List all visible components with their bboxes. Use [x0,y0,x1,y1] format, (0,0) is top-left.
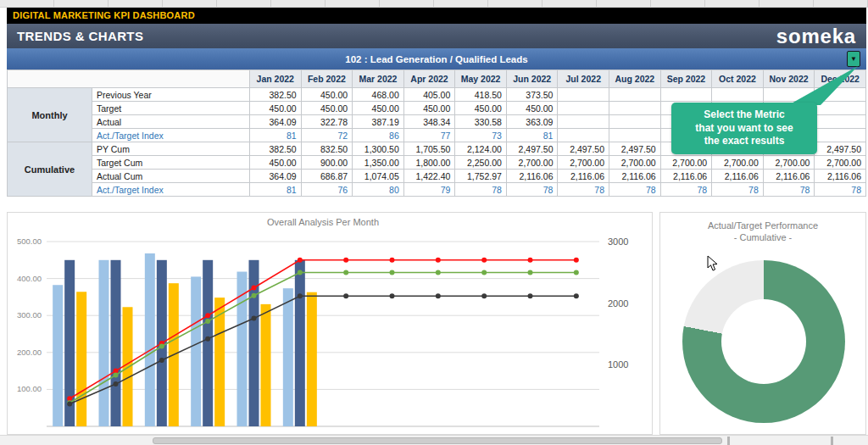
table-cell[interactable]: 2,700.00 [763,156,815,170]
table-cell[interactable]: 2,497.50 [609,142,661,156]
month-header-cell[interactable]: Aug 2022 [609,70,661,88]
table-cell[interactable] [558,115,609,129]
table-cell[interactable]: 2,116.06 [660,170,712,183]
table-cell[interactable]: 348.34 [403,115,455,129]
table-cell[interactable]: 1,752.97 [455,170,507,183]
table-cell[interactable]: 364.09 [250,170,302,183]
table-cell[interactable]: 450.00 [250,102,302,115]
table-cell[interactable]: 73 [455,129,507,142]
row-label-cell[interactable]: Act./Target Index [92,129,250,142]
scrollbar-thumb[interactable] [153,437,722,444]
table-cell[interactable]: 2,116.06 [763,170,815,183]
table-cell[interactable]: 450.00 [301,102,353,115]
table-cell[interactable]: 2,700.00 [815,156,866,170]
table-cell[interactable]: 2,497.50 [506,142,558,156]
row-label-cell[interactable]: PY Cum [92,142,250,156]
table-cell[interactable]: 450.00 [506,102,558,115]
table-cell[interactable]: 2,700.00 [609,156,661,170]
table-cell[interactable]: 382.50 [250,142,302,156]
table-cell[interactable]: 1,705.50 [403,142,455,156]
table-cell[interactable]: 832.50 [301,142,353,156]
combo-chart[interactable]: Overall Analysis Per Month100.00200.0030… [8,213,652,434]
table-cell[interactable] [558,129,609,142]
row-label-cell[interactable]: Act./Target Index [92,183,250,197]
table-cell[interactable]: 322.78 [301,115,353,129]
table-cell[interactable]: 78 [660,183,712,197]
month-header-cell[interactable]: Oct 2022 [712,70,764,88]
table-cell[interactable]: 78 [558,183,609,197]
month-header-cell[interactable]: Jul 2022 [558,70,609,88]
table-cell[interactable]: 76 [301,183,353,197]
table-cell[interactable]: 78 [506,183,558,197]
table-cell[interactable]: 330.58 [455,115,507,129]
table-cell[interactable]: 79 [403,183,455,197]
pane-divider[interactable] [831,437,833,445]
table-cell[interactable] [609,115,661,129]
table-cell[interactable]: 86 [353,129,404,142]
table-cell[interactable] [660,88,712,102]
table-cell[interactable]: 78 [763,183,815,197]
month-header-cell[interactable]: Apr 2022 [403,70,455,88]
table-cell[interactable]: 2,497.50 [815,142,866,156]
row-label-cell[interactable]: Actual Cum [92,170,250,183]
table-cell[interactable]: 405.00 [403,88,455,102]
table-cell[interactable]: 418.50 [455,88,507,102]
table-cell[interactable] [815,115,866,129]
table-cell[interactable] [558,88,609,102]
table-cell[interactable]: 450.00 [250,156,302,170]
table-cell[interactable]: 2,700.00 [712,156,764,170]
month-header-cell[interactable]: Sep 2022 [660,70,712,88]
table-cell[interactable]: 2,700.00 [558,156,609,170]
table-cell[interactable]: 78 [712,183,764,197]
table-cell[interactable]: 1,074.05 [353,170,404,183]
table-cell[interactable]: 2,700.00 [506,156,558,170]
table-cell[interactable]: 78 [455,183,507,197]
table-cell[interactable]: 2,116.06 [815,170,866,183]
month-header-cell[interactable]: Feb 2022 [301,70,353,88]
table-cell[interactable]: 81 [250,129,302,142]
month-header-cell[interactable]: Jan 2022 [250,70,302,88]
table-cell[interactable]: 2,700.00 [660,156,712,170]
horizontal-scrollbar[interactable] [0,435,868,445]
row-label-cell[interactable]: Target [92,102,250,115]
table-cell[interactable]: 2,116.06 [506,170,558,183]
table-cell[interactable]: 77 [403,129,455,142]
table-cell[interactable]: 72 [301,129,353,142]
donut-chart[interactable] [682,260,845,423]
row-label-cell[interactable]: Actual [92,115,250,129]
table-cell[interactable] [609,129,661,142]
table-cell[interactable]: 382.50 [250,88,302,102]
month-header-cell[interactable]: Jun 2022 [506,70,558,88]
table-cell[interactable]: 2,497.50 [558,142,609,156]
table-cell[interactable]: 468.00 [353,88,404,102]
table-cell[interactable] [609,102,661,115]
table-cell[interactable]: 2,250.00 [455,156,507,170]
table-cell[interactable]: 1,800.00 [403,156,455,170]
table-cell[interactable]: 78 [815,183,866,197]
table-cell[interactable]: 450.00 [403,102,455,115]
row-label-cell[interactable]: Previous Year [92,88,250,102]
month-header-cell[interactable]: Mar 2022 [353,70,404,88]
table-cell[interactable]: 364.09 [250,115,302,129]
table-cell[interactable]: 2,116.06 [712,170,764,183]
table-cell[interactable] [712,88,764,102]
table-cell[interactable]: 81 [506,129,558,142]
table-cell[interactable]: 686.87 [301,170,353,183]
month-header-cell[interactable]: May 2022 [455,70,507,88]
table-cell[interactable]: 1,300.50 [353,142,404,156]
table-cell[interactable]: 450.00 [455,102,507,115]
table-cell[interactable]: 900.00 [301,156,353,170]
table-cell[interactable]: 363.09 [506,115,558,129]
row-label-cell[interactable]: Target Cum [92,156,250,170]
table-cell[interactable] [815,129,866,142]
table-cell[interactable]: 373.50 [506,88,558,102]
table-cell[interactable]: 387.19 [353,115,404,129]
table-cell[interactable]: 81 [250,183,302,197]
table-cell[interactable] [609,88,661,102]
table-cell[interactable]: 78 [609,183,661,197]
table-cell[interactable]: 1,422.40 [403,170,455,183]
table-cell[interactable]: 450.00 [301,88,353,102]
table-cell[interactable]: 80 [353,183,404,197]
pane-divider[interactable] [727,437,730,445]
table-cell[interactable]: 2,124.00 [455,142,507,156]
